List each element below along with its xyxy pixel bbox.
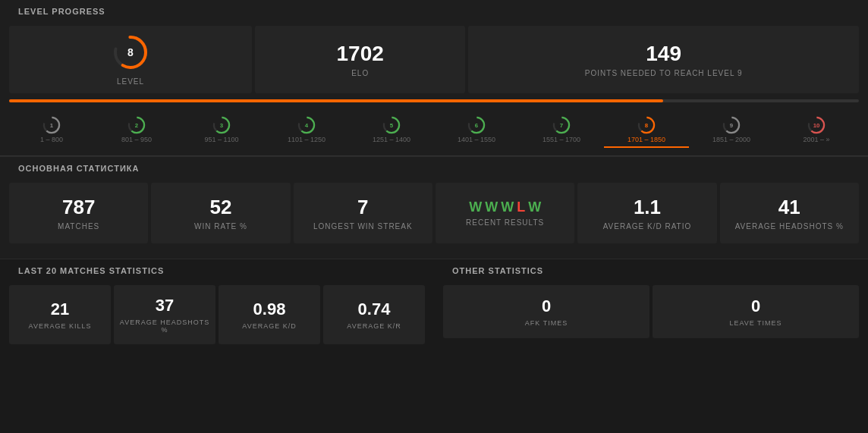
- svg-text:4: 4: [305, 122, 309, 129]
- other-stat-card-1: 0LEAVE TIMES: [653, 285, 859, 338]
- last20-label-0: AVERAGE KILLS: [29, 322, 92, 330]
- points-label: POINTS NEEDED TO REACH LEVEL 9: [585, 69, 743, 77]
- main-stat-card-0: 787MATCHES: [9, 183, 148, 243]
- stat-label-5: AVERAGE HEADSHOTS %: [735, 222, 844, 231]
- step-range-2: 801 – 950: [121, 136, 152, 143]
- main-stats-header: ОСНОВНАЯ СТАТИСТИКА: [0, 157, 868, 177]
- last20-cards: 21AVERAGE KILLS37AVERAGE HEADSHOTS %0.98…: [0, 279, 434, 350]
- level-step-7[interactable]: 71551 – 1700: [519, 111, 604, 148]
- other-label-1: LEAVE TIMES: [729, 319, 782, 327]
- svg-text:6: 6: [475, 122, 479, 129]
- step-gauge-6: 6: [466, 115, 487, 136]
- step-gauge-8: 8: [636, 115, 657, 136]
- level-step-10[interactable]: 102001 – »: [774, 111, 859, 148]
- main-stat-card-3: WWWLWRECENT RESULTS: [436, 183, 574, 243]
- step-gauge-5: 5: [381, 115, 402, 136]
- level-label: LEVEL: [117, 77, 144, 86]
- main-stat-card-2: 7LONGEST WIN STREAK: [294, 183, 432, 243]
- progress-bar-container: [0, 99, 868, 108]
- step-gauge-9: 9: [721, 115, 742, 136]
- level-step-1[interactable]: 11 – 800: [9, 111, 94, 148]
- other-value-1: 0: [751, 297, 760, 316]
- step-gauge-3: 3: [211, 115, 232, 136]
- main-stats-section: ОСНОВНАЯ СТАТИСТИКА 787MATCHES52WIN RATE…: [0, 157, 868, 259]
- stat-label-4: AVERAGE K/D RATIO: [603, 222, 692, 231]
- bottom-section: LAST 20 MATCHES STATISTICS 21AVERAGE KIL…: [0, 259, 868, 359]
- result-l: L: [517, 199, 525, 215]
- points-value: 149: [646, 42, 681, 66]
- other-value-0: 0: [542, 297, 551, 316]
- level-step-8[interactable]: 81701 – 1850: [604, 111, 689, 148]
- svg-text:9: 9: [730, 122, 734, 129]
- last20-stat-card-2: 0.98AVERAGE K/D: [219, 285, 320, 344]
- step-range-4: 1101 – 1250: [288, 136, 326, 143]
- level-card: 8 LEVEL: [9, 26, 252, 93]
- svg-text:7: 7: [560, 122, 564, 129]
- points-card: 149 POINTS NEEDED TO REACH LEVEL 9: [468, 26, 859, 93]
- main-stat-card-5: 41AVERAGE HEADSHOTS %: [720, 183, 859, 243]
- main-stats-cards: 787MATCHES52WIN RATE %7LONGEST WIN STREA…: [0, 177, 868, 249]
- step-range-1: 1 – 800: [40, 136, 63, 143]
- stat-value-5: 41: [778, 196, 800, 219]
- svg-text:3: 3: [220, 122, 224, 129]
- step-gauge-10: 10: [806, 115, 827, 136]
- step-range-5: 1251 – 1400: [373, 136, 410, 143]
- elo-label: ELO: [351, 69, 369, 77]
- step-gauge-7: 7: [551, 115, 572, 136]
- stat-value-2: 7: [357, 196, 368, 219]
- level-step-5[interactable]: 51251 – 1400: [349, 111, 434, 148]
- main-stats-title: ОСНОВНАЯ СТАТИСТИКА: [9, 158, 148, 179]
- last20-value-0: 21: [51, 300, 69, 319]
- last20-section: LAST 20 MATCHES STATISTICS 21AVERAGE KIL…: [0, 259, 434, 359]
- svg-text:5: 5: [390, 122, 394, 129]
- other-stats-section: OTHER STATISTICS 0AFK TIMES0LEAVE TIMES: [434, 259, 868, 359]
- svg-text:2: 2: [135, 122, 139, 129]
- result-w: W: [469, 199, 482, 215]
- stat-value-1: 52: [210, 196, 232, 219]
- last20-header: LAST 20 MATCHES STATISTICS: [0, 259, 434, 279]
- level-gauge-svg: 8: [112, 33, 149, 71]
- elo-value: 1702: [337, 42, 384, 66]
- level-step-6[interactable]: 61401 – 1550: [434, 111, 519, 148]
- step-range-9: 1851 – 2000: [712, 136, 750, 143]
- progress-bar-fill: [9, 99, 663, 102]
- level-progress-title: LEVEL PROGRESS: [9, 1, 115, 22]
- step-range-8: 1701 – 1850: [627, 136, 665, 143]
- step-gauge-2: 2: [126, 115, 147, 136]
- level-progress-section: LEVEL PROGRESS 8 LEVEL 1702 ELO 149 POIN…: [0, 0, 868, 156]
- result-w: W: [528, 199, 541, 215]
- progress-bar-bg: [9, 99, 859, 102]
- last20-label-2: AVERAGE K/D: [242, 322, 296, 330]
- recent-results: WWWLW: [469, 199, 541, 215]
- svg-text:8: 8: [127, 46, 134, 58]
- step-range-3: 951 – 1100: [204, 136, 238, 143]
- last20-stat-card-1: 37AVERAGE HEADSHOTS %: [114, 285, 215, 344]
- other-stats-cards: 0AFK TIMES0LEAVE TIMES: [434, 279, 868, 344]
- svg-text:10: 10: [813, 122, 820, 129]
- last20-label-3: AVERAGE K/R: [347, 322, 401, 330]
- stat-label-3: RECENT RESULTS: [466, 218, 544, 227]
- stat-label-2: LONGEST WIN STREAK: [313, 222, 413, 231]
- last20-value-3: 0.74: [358, 300, 391, 319]
- level-step-2[interactable]: 2801 – 950: [94, 111, 179, 148]
- stat-value-4: 1.1: [634, 196, 661, 219]
- other-stats-title: OTHER STATISTICS: [443, 260, 552, 281]
- main-stat-card-4: 1.1AVERAGE K/D RATIO: [577, 183, 716, 243]
- step-gauge-4: 4: [296, 115, 317, 136]
- level-progress-header: LEVEL PROGRESS: [0, 0, 868, 20]
- level-step-9[interactable]: 91851 – 2000: [689, 111, 774, 148]
- other-label-0: AFK TIMES: [525, 319, 568, 327]
- level-step-4[interactable]: 41101 – 1250: [264, 111, 349, 148]
- last20-title: LAST 20 MATCHES STATISTICS: [9, 260, 173, 281]
- main-stat-card-1: 52WIN RATE %: [151, 183, 290, 243]
- svg-text:8: 8: [645, 122, 649, 129]
- elo-card: 1702 ELO: [255, 26, 465, 93]
- level-step-3[interactable]: 3951 – 1100: [179, 111, 264, 148]
- stat-value-0: 787: [62, 196, 95, 219]
- svg-text:1: 1: [50, 122, 54, 129]
- step-gauge-1: 1: [41, 115, 62, 136]
- stat-label-0: MATCHES: [58, 222, 99, 231]
- result-w: W: [485, 199, 498, 215]
- last20-stat-card-0: 21AVERAGE KILLS: [9, 285, 111, 344]
- last20-label-1: AVERAGE HEADSHOTS %: [118, 318, 211, 334]
